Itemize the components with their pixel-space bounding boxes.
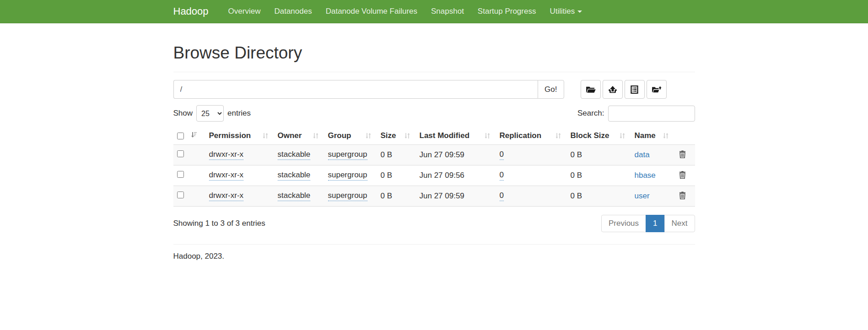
footer-divider xyxy=(173,244,695,245)
create-directory-button[interactable] xyxy=(581,80,601,99)
replication-value[interactable]: 0 xyxy=(500,150,504,160)
nav-item-snapshot[interactable]: Snapshot xyxy=(424,0,471,23)
delete-button[interactable] xyxy=(678,149,687,160)
directory-path-input[interactable] xyxy=(173,80,538,99)
previous-page-button[interactable]: Previous xyxy=(601,215,646,232)
column-header-block-size[interactable]: Block Size xyxy=(567,127,631,145)
entries-label: entries xyxy=(227,109,251,118)
trash-icon xyxy=(679,173,686,180)
move-button[interactable] xyxy=(647,80,667,99)
chevron-down-icon xyxy=(577,11,582,13)
table-footer: Showing 1 to 3 of 3 entries Previous 1 N… xyxy=(173,215,695,232)
table-row: drwxr-xr-x stackable supergroup 0 B Jun … xyxy=(173,145,695,165)
block-size-value: 0 B xyxy=(567,165,631,186)
column-header-owner[interactable]: Owner xyxy=(274,127,324,145)
owner-value[interactable]: stackable xyxy=(278,191,311,201)
nav-item-utilities-label: Utilities xyxy=(550,7,575,16)
sort-icon xyxy=(262,133,270,139)
heading-divider xyxy=(173,72,695,72)
directory-link[interactable]: hbase xyxy=(635,171,656,180)
directory-link[interactable]: data xyxy=(635,150,650,159)
permission-value[interactable]: drwxr-xr-x xyxy=(209,191,244,201)
trash-icon xyxy=(679,194,686,201)
last-modified-value: Jun 27 09:59 xyxy=(416,186,496,207)
sort-icon xyxy=(555,133,563,139)
group-value[interactable]: supergroup xyxy=(328,191,367,201)
column-header-name[interactable]: Name xyxy=(631,127,674,145)
page-footer-text: Hadoop, 2023. xyxy=(173,252,695,275)
trash-icon xyxy=(679,153,686,160)
group-value[interactable]: supergroup xyxy=(328,150,367,160)
upload-icon xyxy=(608,85,617,94)
nav-item-datanodes[interactable]: Datanodes xyxy=(267,0,318,23)
directory-link[interactable]: user xyxy=(635,192,650,200)
column-header-actions xyxy=(674,127,695,145)
go-button[interactable]: Go! xyxy=(538,80,564,99)
replication-value[interactable]: 0 xyxy=(500,191,504,201)
table-header-row: Permission Owner Group xyxy=(173,127,695,145)
sort-icon xyxy=(404,133,412,139)
pagination: Previous 1 Next xyxy=(601,215,695,232)
search-input[interactable] xyxy=(608,106,695,122)
permission-value[interactable]: drwxr-xr-x xyxy=(209,150,244,160)
directory-table: Permission Owner Group xyxy=(173,127,695,207)
size-value: 0 B xyxy=(377,186,416,207)
sort-icon xyxy=(313,133,321,139)
row-checkbox[interactable] xyxy=(177,150,184,157)
size-value: 0 B xyxy=(377,145,416,165)
column-header-last-modified[interactable]: Last Modified xyxy=(416,127,496,145)
page-title: Browse Directory xyxy=(173,43,695,63)
column-header-group[interactable]: Group xyxy=(324,127,377,145)
nav-item-startup-progress[interactable]: Startup Progress xyxy=(471,0,543,23)
top-navbar: Hadoop Overview Datanodes Datanode Volum… xyxy=(0,0,868,23)
search-label: Search: xyxy=(577,109,604,118)
page-size-select[interactable]: 25 xyxy=(196,105,224,122)
row-checkbox[interactable] xyxy=(177,171,184,178)
entries-info: Showing 1 to 3 of 3 entries xyxy=(173,219,265,228)
column-header-size[interactable]: Size xyxy=(377,127,416,145)
nav-item-datanode-volume-failures[interactable]: Datanode Volume Failures xyxy=(319,0,424,23)
paste-button[interactable] xyxy=(625,80,645,99)
page-1-button[interactable]: 1 xyxy=(646,215,664,232)
row-checkbox[interactable] xyxy=(177,192,184,198)
replication-value[interactable]: 0 xyxy=(500,170,504,181)
sort-amount-asc-icon xyxy=(190,131,197,140)
column-header-permission[interactable]: Permission xyxy=(205,127,274,145)
sort-icon xyxy=(619,133,627,139)
size-value: 0 B xyxy=(377,165,416,186)
sort-icon xyxy=(663,133,671,139)
table-controls: Show 25 entries Search: xyxy=(173,105,695,122)
group-value[interactable]: supergroup xyxy=(328,170,367,181)
directory-input-group: Go! xyxy=(173,80,564,99)
delete-button[interactable] xyxy=(678,170,687,181)
table-row: drwxr-xr-x stackable supergroup 0 B Jun … xyxy=(173,165,695,186)
brand-hadoop[interactable]: Hadoop xyxy=(173,5,209,17)
folder-move-icon xyxy=(652,85,662,94)
sort-icon xyxy=(484,133,492,139)
block-size-value: 0 B xyxy=(567,145,631,165)
permission-value[interactable]: drwxr-xr-x xyxy=(209,170,244,181)
owner-value[interactable]: stackable xyxy=(278,170,311,181)
clipboard-list-icon xyxy=(630,85,639,94)
nav-item-overview[interactable]: Overview xyxy=(221,0,268,23)
directory-actions xyxy=(579,80,667,99)
owner-value[interactable]: stackable xyxy=(278,150,311,160)
path-bar: Go! xyxy=(173,80,695,99)
folder-open-icon xyxy=(586,85,596,94)
table-row: drwxr-xr-x stackable supergroup 0 B Jun … xyxy=(173,186,695,207)
last-modified-value: Jun 27 09:59 xyxy=(416,145,496,165)
sort-icon xyxy=(365,133,373,139)
column-header-replication[interactable]: Replication xyxy=(496,127,567,145)
nav-item-utilities[interactable]: Utilities xyxy=(543,0,589,23)
select-all-checkbox[interactable] xyxy=(177,133,184,139)
block-size-value: 0 B xyxy=(567,186,631,207)
next-page-button[interactable]: Next xyxy=(664,215,695,232)
delete-button[interactable] xyxy=(678,191,687,202)
upload-file-button[interactable] xyxy=(603,80,623,99)
show-label: Show xyxy=(173,109,193,118)
last-modified-value: Jun 27 09:56 xyxy=(416,165,496,186)
column-header-select[interactable] xyxy=(173,127,205,145)
